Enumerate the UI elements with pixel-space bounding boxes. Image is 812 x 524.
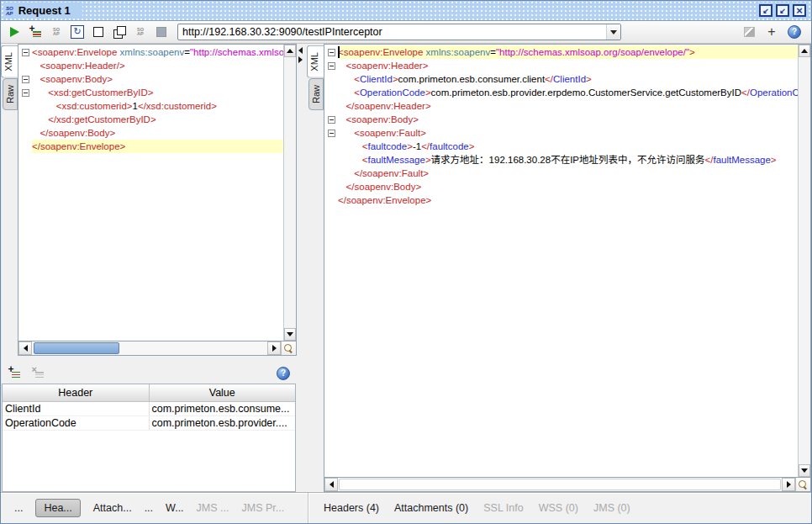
xml-line-text[interactable]: <ClientId>com.primeton.esb.consumer.clie… <box>338 72 798 86</box>
xml-line-text[interactable]: </xsd:getCustomerByID> <box>32 113 283 126</box>
fold-gutter-cell <box>324 45 338 59</box>
xml-line: <faultMessage>请求方地址：192.168.30.28不在IP地址列… <box>324 153 798 167</box>
add-endpoint-button[interactable] <box>763 24 780 40</box>
header-name-cell[interactable]: OperationCode <box>3 415 149 430</box>
scroll-up-button[interactable] <box>799 45 810 57</box>
horizontal-splitter[interactable] <box>1 356 297 363</box>
scroll-right-button[interactable] <box>267 341 281 355</box>
xml-line-text[interactable]: <OperationCode>com.primeton.esb.provider… <box>338 86 798 99</box>
clone-request-button[interactable] <box>111 24 128 40</box>
xml-line-text[interactable]: </soapenv:Fault> <box>338 167 798 180</box>
endpoint-dropdown-button[interactable] <box>606 24 620 40</box>
request-view-tab-raw[interactable]: Raw <box>3 78 18 110</box>
submit-request-button[interactable] <box>6 24 23 40</box>
response-tab-headers-4[interactable]: Headers (4) <box>324 502 379 514</box>
zoom-button[interactable] <box>281 341 296 355</box>
scroll-track[interactable] <box>284 57 296 328</box>
add-to-testcase-button[interactable] <box>27 24 44 40</box>
scroll-left-button[interactable] <box>324 478 338 491</box>
xml-line-text[interactable]: <faultMessage>请求方地址：192.168.30.28不在IP地址列… <box>338 153 798 167</box>
response-vertical-scrollbar[interactable] <box>798 45 810 477</box>
scroll-down-button[interactable] <box>284 328 296 341</box>
soap-logo-icon: SOAP <box>6 6 13 16</box>
fold-toggle-icon[interactable] <box>328 62 335 70</box>
table-row[interactable]: OperationCodecom.primeton.esb.provider..… <box>3 415 295 430</box>
request-view-tab-xml[interactable]: XML <box>1 45 18 78</box>
window-controls <box>757 3 808 19</box>
xml-line-text[interactable]: <soapenv:Body> <box>32 72 283 86</box>
xml-line-text[interactable]: <soapenv:Header> <box>338 59 798 72</box>
add-header-button[interactable] <box>6 365 23 382</box>
xml-line-text[interactable]: </soapenv:Body> <box>32 126 283 140</box>
scroll-thumb[interactable] <box>339 479 781 490</box>
collapse-right-icon[interactable] <box>298 56 303 63</box>
xml-line-text[interactable]: <soapenv:Envelope xmlns:soapenv="http://… <box>338 45 798 59</box>
request-tab-attach[interactable]: Attach... <box>93 502 132 514</box>
xml-line-text[interactable]: <soapenv:Fault> <box>338 126 798 140</box>
fold-toggle-icon[interactable] <box>22 76 29 83</box>
zoom-button[interactable] <box>795 478 810 491</box>
scroll-thumb[interactable] <box>34 342 119 354</box>
recreate-request-button[interactable] <box>69 24 86 40</box>
request-tab-more[interactable]: ... <box>14 502 23 514</box>
response-view-tab-raw[interactable]: Raw <box>308 78 324 110</box>
fold-toggle-icon[interactable] <box>328 130 335 137</box>
add-as-mock-response-button[interactable] <box>48 24 65 40</box>
request-horizontal-scrollbar[interactable] <box>18 341 297 356</box>
fold-toggle-icon[interactable] <box>22 89 29 97</box>
table-row[interactable]: ClientIdcom.primeton.esb.consume... <box>3 401 295 415</box>
xml-line-text[interactable]: </soapenv:Body> <box>338 180 798 193</box>
xml-line-text[interactable]: <soapenv:Header/> <box>32 59 283 72</box>
request-tab-hea[interactable]: Hea... <box>35 499 80 517</box>
response-xml-pane[interactable]: <soapenv:Envelope xmlns:soapenv="http://… <box>324 44 811 478</box>
fold-toggle-icon[interactable] <box>328 49 335 56</box>
create-empty-request-button[interactable] <box>90 24 107 40</box>
close-window-icon[interactable] <box>793 4 806 17</box>
request-vertical-scrollbar[interactable] <box>283 45 296 341</box>
header-name-cell[interactable]: ClientId <box>3 401 149 415</box>
xml-line-text[interactable]: </soapenv:Envelope> <box>32 140 283 153</box>
xml-line: <ClientId>com.primeton.esb.consumer.clie… <box>324 72 798 86</box>
xml-line-text[interactable]: </soapenv:Envelope> <box>338 193 798 207</box>
fold-toggle-icon[interactable] <box>328 116 335 124</box>
soap-action-button[interactable] <box>132 24 149 40</box>
minimize-window-icon[interactable] <box>759 4 772 17</box>
scroll-down-button[interactable] <box>799 464 810 477</box>
scroll-right-button[interactable] <box>782 478 795 491</box>
vertical-splitter[interactable] <box>297 44 307 492</box>
response-tab-attachments-0[interactable]: Attachments (0) <box>394 502 468 514</box>
header-value-cell[interactable]: com.primeton.esb.consume... <box>149 401 295 415</box>
xml-line-text[interactable]: <soapenv:Envelope xmlns:soapenv="http://… <box>32 45 283 59</box>
headers-table: HeaderValue ClientIdcom.primeton.esb.con… <box>3 384 295 431</box>
response-view-tab-xml[interactable]: XML <box>307 45 324 78</box>
headers-help-button[interactable] <box>275 365 292 382</box>
titlebar[interactable]: SOAP Request 1 <box>1 1 811 21</box>
header-value-cell[interactable]: com.primeton.esb.provider.... <box>149 415 295 430</box>
endpoint-url-input[interactable] <box>178 26 606 38</box>
scroll-track[interactable] <box>338 478 782 491</box>
request-xml-pane[interactable]: <soapenv:Envelope xmlns:soapenv="http://… <box>18 44 297 341</box>
xml-line: <soapenv:Header/> <box>18 59 283 72</box>
request-pane: XMLRaw <soapenv:Envelope xmlns:soapenv="… <box>1 44 297 492</box>
scroll-track[interactable] <box>32 341 267 355</box>
xml-line-text[interactable]: </soapenv:Header> <box>338 99 798 113</box>
request-tab-w[interactable]: W... <box>166 502 184 514</box>
request-xml-content[interactable]: <soapenv:Envelope xmlns:soapenv="http://… <box>18 45 283 341</box>
collapse-left-icon[interactable] <box>298 47 303 54</box>
xml-line-text[interactable]: <xsd:getCustomerByID> <box>32 86 283 99</box>
request-tab-more[interactable]: ... <box>145 502 153 514</box>
triangle-down-icon <box>801 468 808 473</box>
xml-line-text[interactable]: <soapenv:Body> <box>338 113 798 126</box>
restore-window-icon[interactable] <box>776 4 789 17</box>
xml-line-text[interactable]: <faultcode>-1</faultcode> <box>338 140 798 153</box>
scroll-left-button[interactable] <box>18 341 32 355</box>
endpoint-combobox[interactable] <box>177 24 621 40</box>
response-xml-content[interactable]: <soapenv:Envelope xmlns:soapenv="http://… <box>324 45 798 477</box>
response-horizontal-scrollbar[interactable] <box>324 478 811 492</box>
xml-line-text[interactable]: <xsd:customerid>1</xsd:customerid> <box>32 99 283 113</box>
scroll-up-button[interactable] <box>284 45 296 57</box>
fold-toggle-icon[interactable] <box>22 49 29 56</box>
scroll-track[interactable] <box>799 57 810 464</box>
fold-gutter-cell <box>18 45 32 59</box>
help-button[interactable] <box>786 24 803 40</box>
